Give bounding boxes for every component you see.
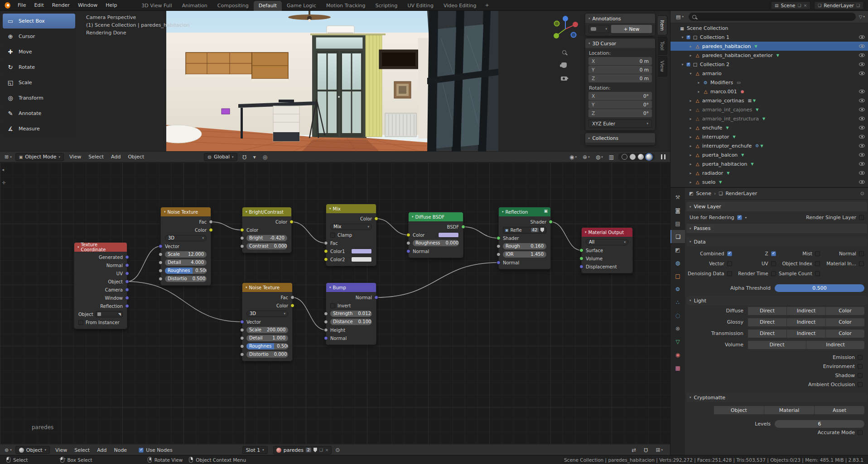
shader-node[interactable]: ▾Noise Texture Fac: [242, 282, 293, 361]
hide-in-viewport-icon[interactable]: [859, 107, 865, 113]
input-socket[interactable]: [406, 233, 410, 237]
pass-toggle[interactable]: Render Time: [734, 268, 778, 278]
properties-tab[interactable]: [670, 282, 685, 296]
collapse-arrow-icon[interactable]: ◂: [2, 167, 5, 172]
properties-tab[interactable]: [670, 204, 685, 217]
unlink-material-icon[interactable]: ×: [325, 448, 329, 452]
outliner-row[interactable]: ▸ enchufe: [670, 123, 868, 132]
workspace-tab[interactable]: Video Editing: [439, 1, 482, 11]
expand-arrow-icon[interactable]: ▸: [689, 153, 693, 157]
pass-toggle[interactable]: Shadow: [685, 371, 868, 380]
snap-target-dropdown[interactable]: ▾: [251, 154, 258, 160]
expand-arrow-icon[interactable]: ▸: [689, 162, 693, 166]
new-material-icon[interactable]: ❏: [319, 448, 323, 452]
pass-toggle-button[interactable]: Direct: [748, 330, 786, 338]
outliner-row[interactable]: ▸ puerta_balcon: [670, 150, 868, 159]
transform-orientation-selector[interactable]: ◍Global▾: [204, 153, 237, 161]
node-header[interactable]: ▾Texture Coordinate: [74, 243, 127, 252]
number-field[interactable]: Detail4.000: [165, 259, 207, 266]
shader-node[interactable]: ▾Bright/Contrast Color: [242, 207, 292, 253]
scene-selector[interactable]: ▤ Scene ❏ ×: [771, 1, 810, 10]
pass-toggle[interactable]: Vector: [688, 258, 734, 268]
outliner-row[interactable]: ▾ armario: [670, 69, 868, 78]
input-socket[interactable]: [240, 244, 244, 249]
hide-in-viewport-icon[interactable]: [859, 143, 865, 149]
pass-toggle[interactable]: Combined: [688, 249, 734, 258]
hide-in-viewport-icon[interactable]: [859, 71, 865, 77]
input-socket[interactable]: [240, 236, 244, 240]
expand-arrow-icon[interactable]: ▸: [689, 144, 693, 148]
hide-in-viewport-icon[interactable]: [859, 62, 865, 67]
number-field[interactable]: Distortio0.500: [165, 276, 207, 282]
checkbox-row[interactable]: Invert: [330, 303, 351, 308]
expand-arrow-icon[interactable]: ▾: [680, 62, 685, 67]
hide-in-viewport-icon[interactable]: [859, 125, 865, 131]
properties-tab[interactable]: [670, 361, 685, 374]
output-socket[interactable]: [125, 280, 129, 284]
viewport-menu-item[interactable]: View: [66, 154, 85, 160]
number-field[interactable]: Scale12.000: [165, 251, 207, 258]
properties-tab[interactable]: [670, 309, 685, 322]
color-field[interactable]: Color1: [330, 249, 372, 254]
number-field[interactable]: Roughnes0.500: [246, 343, 288, 349]
shader-node[interactable]: ▾Material Output All▾: [581, 227, 633, 273]
tool-button[interactable]: Select Box: [3, 14, 75, 29]
new-annotation-button[interactable]: + New: [611, 25, 652, 33]
input-socket[interactable]: [159, 261, 163, 265]
user-count-badge[interactable]: 42: [531, 228, 539, 232]
node-header[interactable]: ▾Material Output: [582, 228, 632, 237]
tool-tab-icon[interactable]: ✛: [2, 180, 5, 185]
node-header[interactable]: ▾Noise Texture: [161, 207, 211, 216]
outliner-row[interactable]: ▸ armario_int_cajones: [670, 105, 868, 114]
input-socket[interactable]: [497, 236, 501, 240]
pass-toggle-button[interactable]: Indirect: [787, 330, 825, 338]
shader-node[interactable]: ▾Texture Coordinate Generated: [74, 242, 127, 329]
color-swatch[interactable]: [438, 232, 459, 238]
fake-user-shield-icon[interactable]: [540, 228, 544, 232]
cryptomatte-section-header[interactable]: ▾Cryptomatte: [686, 393, 867, 402]
add-workspace-button[interactable]: +: [482, 2, 493, 8]
menu-item[interactable]: File: [14, 2, 30, 8]
dropdown[interactable]: 3D▾: [165, 235, 207, 241]
outliner-row[interactable]: ▸ radiador: [670, 168, 868, 177]
collection-checkbox[interactable]: [686, 35, 690, 39]
snap-magnet-icon[interactable]: Ω: [642, 447, 650, 453]
node-header[interactable]: ▾Bright/Contrast: [242, 207, 291, 216]
workspace-tab[interactable]: Scripting: [371, 1, 403, 11]
input-socket[interactable]: [324, 320, 328, 324]
outliner-row[interactable]: ▸ interruptor: [670, 132, 868, 141]
number-field[interactable]: Detail1.000: [246, 335, 288, 341]
expand-arrow-icon[interactable]: ▸: [689, 53, 693, 57]
pass-toggle-button[interactable]: Color: [826, 318, 864, 326]
hide-in-viewport-icon[interactable]: [859, 152, 865, 158]
pass-toggle[interactable]: Denoising Data: [688, 268, 734, 278]
viewport-menu-item[interactable]: Add: [107, 154, 124, 160]
sidebar-tab[interactable]: View: [658, 56, 667, 77]
input-socket[interactable]: [324, 241, 328, 245]
render-single-layer-toggle[interactable]: Render Single Layer: [806, 215, 864, 220]
object-visibility-icon[interactable]: ◉▾: [568, 154, 579, 160]
nodegroup-selector[interactable]: ▣Refle42: [503, 227, 546, 234]
number-field[interactable]: Bright-0.420: [246, 235, 287, 241]
outliner-row[interactable]: ▸ puerta_habitacion: [670, 159, 868, 168]
node-editor-menu-item[interactable]: View: [52, 447, 71, 453]
3d-viewport[interactable]: Select Box Cursor Move Rotate: [0, 11, 670, 162]
editor-type-button[interactable]: ⊞▾: [3, 154, 14, 160]
tool-button[interactable]: Scale: [3, 75, 75, 90]
zoom-icon[interactable]: [562, 50, 566, 56]
workspace-tab[interactable]: 3D View Full: [136, 1, 177, 11]
camera-view-icon[interactable]: [561, 76, 567, 82]
hide-in-viewport-icon[interactable]: [859, 89, 865, 95]
material-preview-shading-icon[interactable]: [638, 154, 644, 160]
input-socket[interactable]: [159, 244, 163, 249]
pass-toggle-button[interactable]: Indirect: [806, 341, 864, 349]
material-selector[interactable]: paredes 2 ❏ ×: [273, 446, 332, 454]
properties-tab[interactable]: [670, 269, 685, 282]
color-field[interactable]: Color: [413, 232, 459, 238]
output-socket[interactable]: [125, 263, 129, 268]
cursor-location-field[interactable]: X0 m: [588, 57, 652, 65]
expand-arrow-icon[interactable]: ▸: [697, 81, 701, 85]
shader-node[interactable]: ▾Noise Texture Fac: [160, 207, 211, 286]
output-socket[interactable]: [125, 255, 129, 259]
input-socket[interactable]: [406, 249, 410, 254]
